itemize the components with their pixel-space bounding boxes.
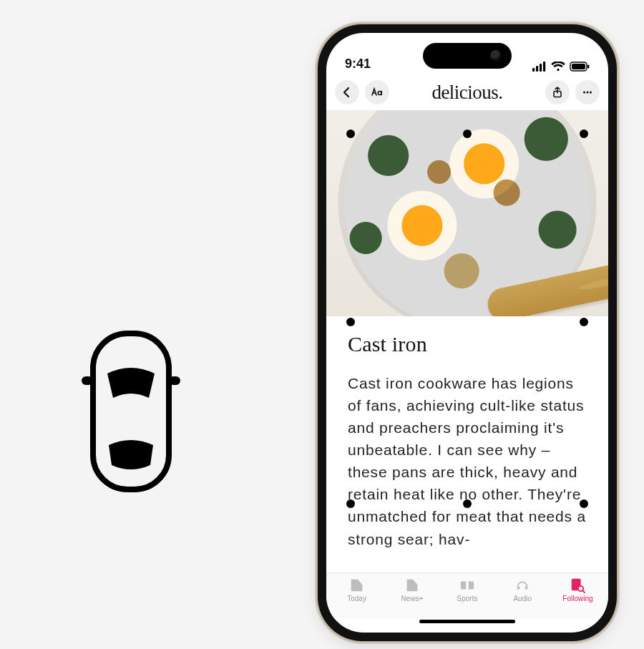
publication-title: delicious. bbox=[395, 82, 540, 104]
article-hero-image bbox=[326, 110, 608, 316]
share-icon bbox=[552, 87, 563, 98]
svg-rect-16 bbox=[466, 582, 469, 590]
article-nav-bar: delicious. bbox=[326, 74, 608, 110]
dot-handle[interactable] bbox=[580, 318, 588, 326]
dynamic-island bbox=[423, 43, 512, 69]
svg-rect-9 bbox=[587, 65, 589, 69]
back-button[interactable] bbox=[335, 80, 359, 104]
svg-point-13 bbox=[587, 92, 589, 94]
news-today-icon bbox=[348, 577, 366, 593]
svg-rect-4 bbox=[536, 66, 538, 72]
home-indicator[interactable] bbox=[326, 618, 608, 633]
wifi-icon bbox=[551, 62, 565, 72]
ellipsis-icon bbox=[582, 87, 593, 98]
dot-handle[interactable] bbox=[580, 499, 588, 508]
news-plus-icon bbox=[404, 577, 421, 593]
tab-label: Sports bbox=[457, 595, 478, 602]
phone-frame: 9:41 bbox=[318, 24, 617, 641]
svg-rect-3 bbox=[532, 68, 535, 72]
text-format-button[interactable] bbox=[365, 80, 389, 104]
article-body[interactable]: Cast iron Cast iron cookware has legions… bbox=[326, 316, 608, 572]
status-time: 9:41 bbox=[345, 57, 371, 72]
text-size-icon bbox=[371, 87, 383, 98]
article-title: Cast iron bbox=[348, 332, 587, 356]
svg-rect-6 bbox=[543, 62, 545, 72]
phone-screen: 9:41 bbox=[326, 33, 608, 633]
battery-icon bbox=[570, 62, 590, 72]
tab-bar: Today News+ Sports Audio bbox=[326, 572, 608, 618]
svg-point-12 bbox=[583, 92, 585, 94]
dot-handle[interactable] bbox=[580, 130, 588, 138]
svg-rect-2 bbox=[169, 376, 180, 385]
tab-label: Audio bbox=[513, 595, 532, 602]
tab-label: Today bbox=[347, 595, 366, 602]
tab-newsplus[interactable]: News+ bbox=[384, 577, 439, 602]
tab-today[interactable]: Today bbox=[329, 577, 384, 602]
article-paragraph: Cast iron cookware has legions of fans, … bbox=[348, 372, 587, 550]
svg-point-14 bbox=[590, 92, 592, 94]
share-button[interactable] bbox=[545, 80, 570, 104]
status-right-cluster bbox=[532, 62, 590, 72]
tab-audio[interactable]: Audio bbox=[495, 577, 550, 602]
dot-handle[interactable] bbox=[463, 499, 472, 508]
scoreboard-icon bbox=[459, 577, 476, 593]
svg-rect-8 bbox=[572, 64, 585, 69]
cellular-icon bbox=[532, 62, 547, 72]
dot-handle[interactable] bbox=[346, 130, 355, 138]
more-button[interactable] bbox=[575, 80, 600, 104]
tab-label: Following bbox=[562, 595, 592, 602]
headphones-icon bbox=[514, 577, 531, 593]
tab-label: News+ bbox=[401, 595, 423, 602]
dot-handle[interactable] bbox=[346, 499, 355, 508]
dot-handle[interactable] bbox=[463, 130, 472, 138]
svg-rect-5 bbox=[540, 64, 542, 72]
car-top-down-icon bbox=[77, 329, 185, 494]
tab-sports[interactable]: Sports bbox=[439, 577, 494, 602]
chevron-left-icon bbox=[341, 87, 353, 98]
svg-rect-1 bbox=[82, 376, 93, 385]
tab-following[interactable]: Following bbox=[550, 577, 605, 602]
dot-handle[interactable] bbox=[346, 318, 355, 326]
following-search-icon bbox=[569, 577, 586, 593]
